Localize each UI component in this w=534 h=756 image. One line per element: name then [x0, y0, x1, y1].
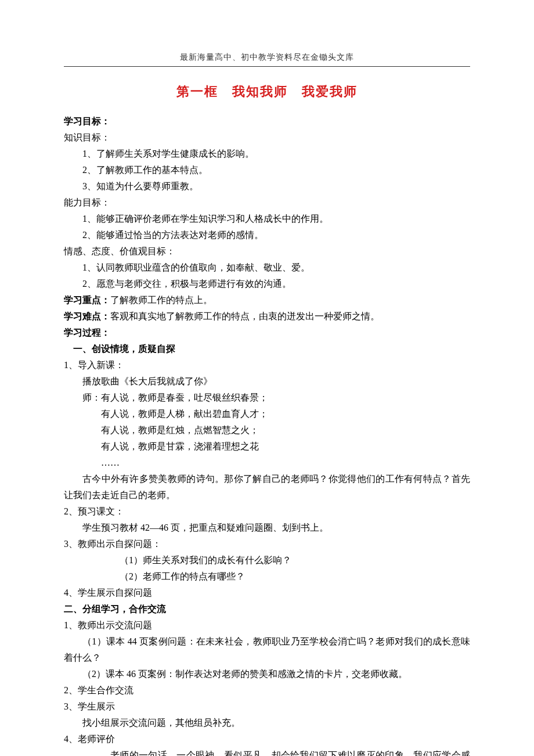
body-text: （1）师生关系对我们的成长有什么影响？ — [64, 552, 470, 568]
body-text: 4、学生展示自探问题 — [64, 585, 470, 601]
body-text: 2、了解教师工作的基本特点。 — [64, 162, 470, 178]
body-text: 3、知道为什么要尊师重教。 — [64, 178, 470, 195]
body-text: 找小组展示交流问题，其他组员补充。 — [64, 715, 470, 731]
subsection-ability-goals: 能力目标： — [64, 195, 470, 211]
step-heading-1: 一、创设情境，质疑自探 — [64, 341, 470, 357]
body-text: 2、能够通过恰当的方法表达对老师的感情。 — [64, 227, 470, 243]
learning-focus-line: 学习重点：了解教师工作的特点上。 — [64, 292, 470, 308]
body-text: （2）老师工作的特点有哪些？ — [64, 568, 470, 585]
body-text: 3、教师出示自探问题： — [64, 536, 470, 552]
body-text: 学生预习教材 42—46 页，把重点和疑难问题圈、划到书上。 — [64, 520, 470, 536]
learning-focus-text: 了解教师工作的特点上。 — [110, 295, 212, 305]
step-heading-2: 二、分组学习，合作交流 — [64, 601, 470, 617]
body-paragraph: （1）课本 44 页案例问题：在未来社会，教师职业乃至学校会消亡吗？老师对我们的… — [64, 633, 470, 666]
section-learning-goals: 学习目标： — [64, 113, 470, 129]
body-text: 2、愿意与老师交往，积极与老师进行有效的沟通。 — [64, 276, 470, 292]
body-text: 1、了解师生关系对学生健康成长的影响。 — [64, 146, 470, 162]
body-paragraph: （2）课本 46 页案例：制作表达对老师的赞美和感激之情的卡片，交老师收藏。 — [64, 666, 470, 682]
learning-focus-label: 学习重点： — [64, 295, 110, 305]
subsection-emotion-goals: 情感、态度、价值观目标： — [64, 243, 470, 260]
body-text: 4、老师评价 — [64, 731, 470, 747]
title-part3: 我爱我师 — [302, 84, 358, 99]
learning-difficulty-line: 学习难点：客观和真实地了解教师工作的特点，由衷的迸发出一种爱师之情。 — [64, 308, 470, 325]
subsection-knowledge-goals: 知识目标： — [64, 129, 470, 146]
body-text: 有人说，教师是红烛，点燃智慧之火； — [64, 422, 470, 438]
section-learning-process: 学习过程： — [64, 325, 470, 341]
body-text: …… — [64, 455, 470, 471]
learning-difficulty-label: 学习难点： — [64, 311, 110, 321]
body-text: 师：有人说，教师是春蚕，吐尽银丝织春景； — [64, 390, 470, 406]
body-text: 3、学生展示 — [64, 699, 470, 715]
body-text: 1、教师出示交流问题 — [64, 617, 470, 633]
body-text: 有人说，教师是人梯，献出碧血育人才； — [64, 406, 470, 422]
body-paragraph: 老师的一句话、一个眼神，看似平凡，却会给我们留下难以磨灭的印象，我们应学会感激老… — [64, 747, 470, 756]
body-text: 1、能够正确评价老师在学生知识学习和人格成长中的作用。 — [64, 211, 470, 227]
body-text: 2、预习课文： — [64, 503, 470, 520]
body-text: 1、导入新课： — [64, 357, 470, 373]
body-text: 2、学生合作交流 — [64, 682, 470, 699]
body-text: 播放歌曲《长大后我就成了你》 — [64, 373, 470, 390]
body-text: 1、认同教师职业蕴含的价值取向，如奉献、敬业、爱。 — [64, 260, 470, 276]
header-text: 最新海量高中、初中教学资料尽在金锄头文库 — [64, 52, 470, 67]
document-page: 最新海量高中、初中教学资料尽在金锄头文库 第一框我知我师我爱我师 学习目标： 知… — [0, 0, 534, 756]
learning-difficulty-text: 客观和真实地了解教师工作的特点，由衷的迸发出一种爱师之情。 — [110, 311, 380, 321]
body-paragraph: 古今中外有许多赞美教师的诗句。那你了解自己的老师吗？你觉得他们的工作有何特点？首… — [64, 471, 470, 503]
title-part2: 我知我师 — [232, 84, 288, 99]
document-title: 第一框我知我师我爱我师 — [64, 83, 470, 100]
body-text: 有人说，教师是甘霖，浇灌着理想之花 — [64, 438, 470, 455]
title-part1: 第一框 — [176, 84, 218, 99]
